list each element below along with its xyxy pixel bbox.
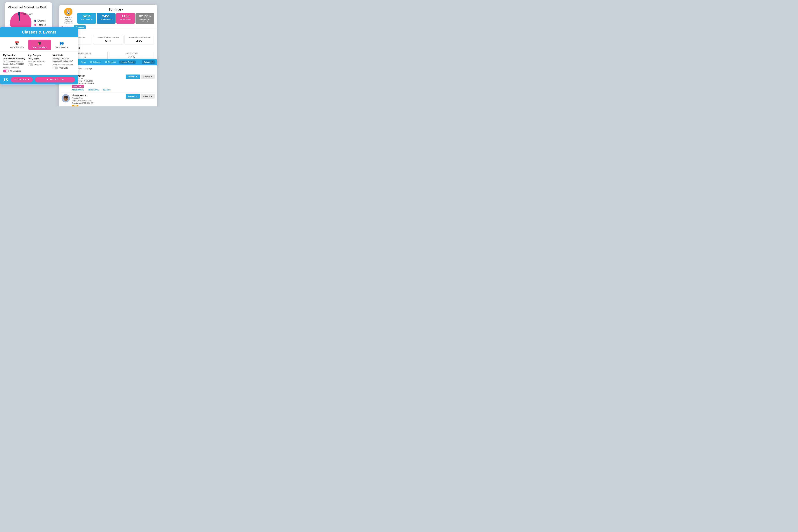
avg-months-card: Average Months of Enrollment 4.27 [124, 35, 154, 45]
location-toggle-row: All Locations [3, 70, 25, 73]
all-ages-label: All Ages [35, 64, 41, 66]
summary-top: 🐰 Jackrabbit Business Intelligence Dashb… [59, 5, 157, 24]
active-classes-label: Active Classes [117, 19, 134, 20]
legend-churned: Churned [34, 20, 46, 22]
summary-logo: 🐰 Jackrabbit Business Intelligence Dashb… [62, 8, 75, 24]
avg-entry-age-value: 3 [84, 55, 86, 59]
stat-percent-full: 82.77% % Full of Active Classes [135, 13, 154, 24]
classes-title: Classes & Events [3, 30, 75, 35]
filters-section: My Location JET's Dance Academy 2300 Cou… [0, 51, 78, 75]
my-schedule-label: MY SCHEDULE [10, 46, 24, 49]
jimmy-absent-btn[interactable]: Absent ▼ [141, 94, 155, 99]
student-row-jimmy: 👦🏾 Jimmy Jensen Balance: 0.00 10 yrs, Ma… [62, 93, 155, 107]
att-nav-my-time-card[interactable]: My Time Card [104, 60, 118, 64]
classes-footer: 18 CLASS: A-Z ▼ ▼ ADD A FILTER [0, 75, 78, 84]
summary-title-section: Summary 5234 Active Students 2451 Active… [77, 8, 154, 24]
age-value: Lisa, 10 yrs [28, 57, 50, 60]
logo-text: Jackrabbit Business Intelligence Dashboa… [62, 17, 75, 24]
avg-drop-age-label: Average Enrollment Drop Age [95, 37, 121, 38]
jimmy-balance: Balance: 0.00 [72, 97, 124, 99]
stats-row: 5234 Active Students 2451 Active Enrollm… [77, 13, 154, 24]
wait-lists-col: Wait Lists Would you like to see classes… [53, 54, 75, 73]
wait-toggle[interactable] [53, 66, 58, 70]
jane-present-btn[interactable]: Present ▼ [126, 75, 140, 79]
avg-exit-age-value: 5.15 [129, 55, 135, 59]
avg-drop-age-card: Average Enrollment Drop Age 5.07 [93, 35, 123, 45]
legend-retained: Retained [34, 24, 46, 26]
jimmy-name: Jimmy Jensen [72, 94, 124, 97]
wait-toggle-row: Wait Lists [53, 66, 75, 70]
wait-lists-label: Wait Lists [59, 67, 68, 69]
calendar-icon: 📅 [15, 41, 19, 45]
location-toggle[interactable] [3, 70, 8, 73]
rabbit-icon: 🐰 [65, 9, 71, 15]
pie-label: 63K (8.65%) [23, 13, 33, 15]
wait-lists-desc: Would you like to see classes with waiti… [53, 57, 75, 62]
pie-chart-title: Churned and Retained Last Month [8, 5, 49, 9]
jimmy-present-btn[interactable]: Present ▼ [126, 94, 140, 99]
jane-absent-btn[interactable]: Absent ▼ [141, 75, 155, 79]
avg-drop-age-value: 5.07 [105, 39, 111, 43]
classes-header: Classes & Events [0, 27, 78, 37]
events-icon: 👥 [59, 41, 64, 45]
jimmy-contact: John Jensen (704) 895-4034 [72, 102, 124, 104]
att-nav-manage-classes[interactable]: Manage Classes [119, 60, 136, 64]
jimmy-badge: LATE [72, 105, 78, 107]
filter-button[interactable]: ▼ ADD A FILTER [35, 77, 75, 82]
classes-nav: 📅 MY SCHEDULE 🎓 FIND CLASSES 👥 FIND EVEN… [0, 37, 78, 51]
find-events-label: FIND EVENTS [56, 46, 68, 49]
jane-info: Jane Jensen Balance: 0.00 10 yrs, Female… [72, 75, 124, 91]
sort-label: CLASS: A-Z [15, 79, 26, 81]
active-enrollments-label: Active Enrollments [98, 19, 114, 20]
active-students-num: 5234 [78, 15, 95, 18]
jane-badge: LEFT EARLY [72, 85, 84, 88]
active-students-label: Active Students [78, 19, 95, 20]
location-address: 2300 Country Club Road Winston-Salem, NC… [3, 60, 25, 65]
pie-legend: Churned Retained [34, 20, 46, 26]
age-ranges-heading: Age Ranges [28, 54, 50, 56]
wait-lists-heading: Wait Lists [53, 54, 75, 56]
jane-details-link[interactable]: DETAILS [103, 89, 111, 91]
jimmy-avatar: 👦🏾 [62, 94, 70, 102]
filter-label: ADD A FILTER [50, 79, 64, 81]
classes-count: 18 [3, 77, 8, 82]
jane-attendance-link[interactable]: ATTENDANCE [72, 89, 84, 91]
att-actions-button[interactable]: Actions ▼ [142, 60, 155, 64]
age-toggle-row: All Ages [28, 63, 50, 66]
avg-months-label: Average Months of Enrollment [127, 37, 152, 38]
avg-exit-age-label: Average Exit Age [111, 53, 152, 54]
stat-active-classes: 1100 Active Classes [116, 13, 135, 24]
filter-icon: ▼ [46, 79, 49, 81]
summary-heading: Summary [77, 8, 154, 11]
retained-label: Retained [38, 24, 46, 26]
location-toggle-label: Show me classes at... [3, 67, 25, 69]
logo-circle: 🐰 [64, 8, 73, 16]
churned-dot [34, 20, 36, 22]
jane-actions: ATTENDANCE | SEND EMAIL | DETAILS [72, 89, 124, 91]
all-locations-label: All Locations [10, 70, 21, 72]
find-classes-label: FIND CLASSES [33, 46, 46, 49]
age-toggle[interactable] [28, 63, 33, 66]
age-toggle-label: Show me classes for... [28, 60, 50, 62]
att-nav-news[interactable]: News [80, 60, 87, 64]
percent-full-label: % Full of Active Classes [137, 19, 153, 22]
jane-contact: John Jensen (704) 895-4034 [72, 82, 124, 84]
att-nav-my-schedule[interactable]: My Schedule [89, 60, 102, 64]
nav-find-classes[interactable]: 🎓 FIND CLASSES [28, 40, 51, 50]
nav-my-schedule[interactable]: 📅 MY SCHEDULE [6, 40, 28, 50]
percent-full-num: 82.77% [137, 15, 153, 18]
chevron-icon: ▼ [136, 95, 138, 97]
my-location-heading: My Location [3, 54, 25, 56]
active-enrollments-num: 2451 [98, 15, 114, 18]
chevron-icon: ▼ [151, 95, 152, 97]
jane-email-link[interactable]: SEND EMAIL [88, 89, 99, 91]
location-name: JET's Dance Academy [3, 57, 25, 60]
jane-balance: Balance: 0.00 [72, 78, 124, 79]
avg-months-value: 4.27 [136, 39, 142, 43]
stat-active-students: 5234 Active Students [77, 13, 96, 24]
sort-button[interactable]: CLASS: A-Z ▼ [11, 77, 33, 82]
jimmy-attendance-btns: Present ▼ Absent ▼ [126, 94, 155, 99]
jimmy-detail: 10 yrs, Male, 04/01/2013 [72, 99, 124, 101]
active-classes-num: 1100 [117, 15, 134, 18]
nav-find-events[interactable]: 👥 FIND EVENTS [51, 40, 73, 50]
